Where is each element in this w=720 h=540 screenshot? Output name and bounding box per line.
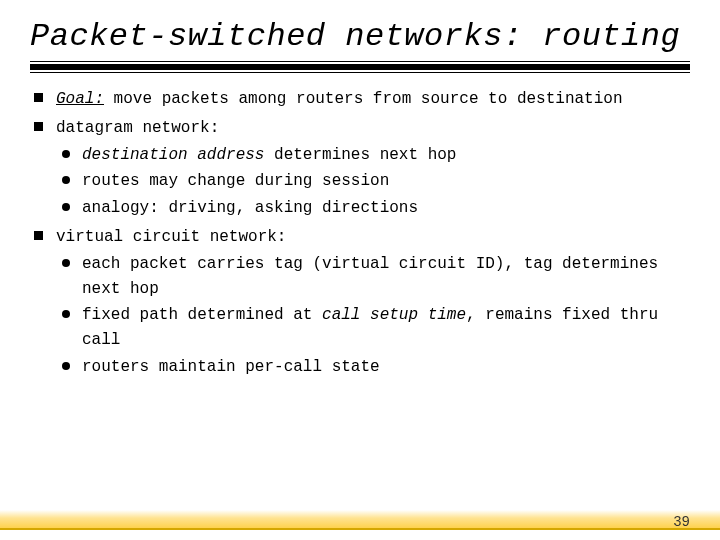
slide-title: Packet-switched networks: routing <box>30 18 690 55</box>
bullet-vc: virtual circuit network: each packet car… <box>30 225 690 380</box>
destaddr-italic: destination address <box>82 146 264 164</box>
datagram-sub-destaddr: destination address determines next hop <box>56 143 690 168</box>
fixedpath-a: fixed path determined at <box>82 306 322 324</box>
bullet-datagram: datagram network: destination address de… <box>30 116 690 221</box>
footer-accent <box>0 508 720 530</box>
datagram-sublist: destination address determines next hop … <box>56 143 690 221</box>
datagram-sub-routeschange: routes may change during session <box>56 169 690 194</box>
vc-heading: virtual circuit network: <box>56 228 286 246</box>
vc-sub-percall: routers maintain per-call state <box>56 355 690 380</box>
goal-text: move packets among routers from source t… <box>104 90 622 108</box>
vc-sub-fixedpath: fixed path determined at call setup time… <box>56 303 690 353</box>
page-number: 39 <box>673 514 690 530</box>
vc-sub-tag: each packet carries tag (virtual circuit… <box>56 252 690 302</box>
bullet-list: Goal: move packets among routers from so… <box>30 87 690 380</box>
bullet-goal: Goal: move packets among routers from so… <box>30 87 690 112</box>
fixedpath-italic: call setup time <box>322 306 466 324</box>
goal-label: Goal: <box>56 90 104 108</box>
destaddr-rest: determines next hop <box>264 146 456 164</box>
datagram-sub-analogy: analogy: driving, asking directions <box>56 196 690 221</box>
datagram-heading: datagram network: <box>56 119 219 137</box>
slide: Packet-switched networks: routing Goal: … <box>0 0 720 540</box>
vc-sublist: each packet carries tag (virtual circuit… <box>56 252 690 380</box>
title-divider <box>30 61 690 75</box>
